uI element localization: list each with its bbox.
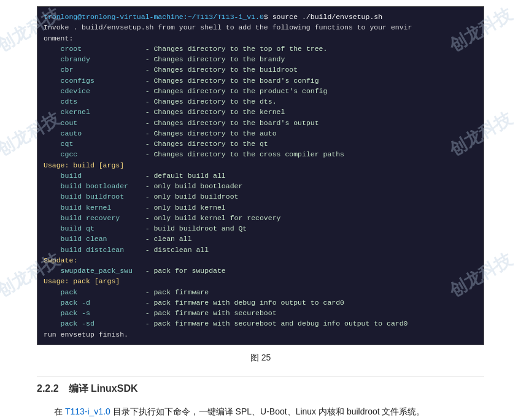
terminal: tronlong@tronlong-virtual-machine:~/T113… [37,6,484,345]
terminal-line-cdevice: cdevice - Changes directory to the produ… [44,86,477,96]
terminal-line-cqt: cqt - Changes directory to the qt [44,139,477,149]
terminal-line-build-kernel: build kernel - only build kernel [44,202,477,213]
terminal-usage-build: Usage: build [args] [44,160,477,170]
terminal-line-build-buildroot: build buildroot - only build buildroot [44,191,477,202]
terminal-line-pack-sd: pack -sd - pack firmware with secureboot… [44,318,477,329]
terminal-line-build-qt: build qt - build buildroot and Qt [44,223,477,234]
terminal-line-swupdate: swupdate_pack_swu - pack for swupdate [44,265,477,276]
terminal-line-pack: pack - pack firmware [44,287,477,297]
terminal-line-cauto: cauto - Changes directory to the auto [44,128,477,139]
terminal-line-croot: croot - Changes directory to the top of … [44,44,477,54]
terminal-line-ckernel: ckernel - Changes directory to the kerne… [44,107,477,117]
terminal-line-1: Invoke . build/envsetup.sh from your she… [44,22,477,32]
section-heading: 2.2.2 编译 LinuxSDK [37,383,484,395]
path-highlight: T113-i_v1.0 [65,407,110,416]
terminal-line-build-clean: build clean - clean all [44,234,477,244]
section-number: 2.2.2 [37,383,59,394]
terminal-line-pack-s: pack -s - pack firmware with secureboot [44,308,477,318]
figure-label: 图 [250,353,259,362]
page-container: 创龙科技 创龙科技 创龙科技 创龙科技 创龙科技 创龙科技 tronlong@t… [0,0,521,420]
terminal-line-cgcc: cgcc - Changes directory to the cross co… [44,149,477,159]
terminal-line-cbr: cbr - Changes directory to the buildroot [44,64,477,75]
section-content: 2.2.2 编译 LinuxSDK 在 T113-i_v1.0 目录下执行如下命… [0,376,521,420]
terminal-command: $ source ./build/envsetup.sh [264,12,382,22]
terminal-line-cdts: cdts - Changes directory to the dts. [44,96,477,107]
terminal-prompt: tronlong@tronlong-virtual-machine:~/T113… [44,12,264,22]
terminal-usage-pack: Usage: pack [args] [44,276,477,286]
figure-caption: 图 25 [0,345,521,376]
terminal-line-cconfigs: cconfigs - Changes directory to the boar… [44,75,477,86]
terminal-line-build: build - default build all [44,170,477,181]
section-paragraph: 在 T113-i_v1.0 目录下执行如下命令，一键编译 SPL、U-Boot、… [37,404,484,419]
terminal-prompt-line: tronlong@tronlong-virtual-machine:~/T113… [44,12,477,22]
figure-number: 25 [261,353,271,362]
terminal-line-cout: cout - Changes directory to the board's … [44,118,477,128]
terminal-swpdate: Swpdate: [44,255,477,265]
terminal-line-finish: run envsetup finish. [44,329,477,340]
section-title: 编译 LinuxSDK [69,383,138,395]
terminal-line-cbrandy: cbrandy - Changes directory to the brand… [44,54,477,64]
terminal-line-build-recovery: build recovery - only build kernel for r… [44,213,477,223]
terminal-line-pack-d: pack -d - pack firmware with debug info … [44,297,477,308]
terminal-wrapper: tronlong@tronlong-virtual-machine:~/T113… [0,0,521,345]
terminal-line-2: onment: [44,33,477,44]
terminal-line-build-bootloader: build bootloader - only build bootloader [44,181,477,191]
terminal-line-build-distclean: build distclean - distclean all [44,245,477,255]
